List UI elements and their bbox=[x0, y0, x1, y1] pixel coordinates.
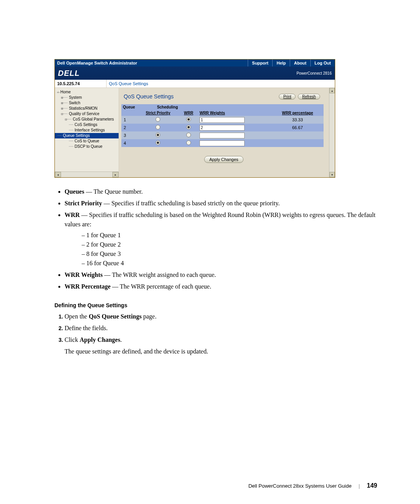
bullet-strict-priority: Strict Priority — Specifies if traffic s… bbox=[65, 199, 377, 208]
nav-horizontal-scrollbar[interactable]: ◂ ▸ bbox=[55, 172, 119, 177]
document-body: Queues — The Queue number. Strict Priori… bbox=[54, 187, 377, 356]
step-item: Click Apply Changes. The queue settings … bbox=[65, 335, 377, 356]
scroll-right-icon[interactable]: ▸ bbox=[112, 172, 119, 177]
table-row: 2 66.67 bbox=[121, 124, 324, 131]
wrr-percentage bbox=[271, 139, 324, 147]
step-item: Open the QoS Queue Settings page. bbox=[65, 312, 377, 321]
wrr-percentage: 33.33 bbox=[271, 116, 324, 124]
wrr-radio[interactable] bbox=[186, 117, 191, 122]
col-weights: WRR Weights bbox=[198, 110, 271, 116]
support-button[interactable]: Support bbox=[248, 60, 272, 66]
admin-screenshot: Dell OpenManage Switch Administrator Sup… bbox=[54, 59, 335, 178]
nav-dscp-to-queue[interactable]: DSCP to Queue bbox=[75, 144, 103, 149]
col-percentage: WRR percentage bbox=[271, 110, 324, 116]
bullet-wrr: WRR — Specifies if traffic scheduling is… bbox=[65, 210, 377, 268]
main-vertical-scrollbar[interactable]: ▴ ▾ bbox=[329, 88, 335, 177]
wrr-percentage bbox=[271, 131, 324, 139]
wrr-default-item: 2 for Queue 2 bbox=[82, 240, 377, 249]
wrr-radio[interactable] bbox=[186, 125, 191, 130]
main-panel: ▴ ▾ QoS Queue Settings Print Refresh Que… bbox=[119, 88, 335, 177]
breadcrumb: QoS Queue Settings bbox=[107, 80, 335, 88]
scroll-down-icon[interactable]: ▾ bbox=[329, 172, 335, 177]
strict-priority-radio[interactable] bbox=[156, 125, 160, 130]
app-title: Dell OpenManage Switch Administrator bbox=[55, 61, 248, 65]
nav-qos[interactable]: Quality of Service bbox=[69, 112, 99, 116]
about-button[interactable]: About bbox=[290, 60, 310, 66]
wrr-radio[interactable] bbox=[186, 140, 191, 145]
page-footer: Dell PowerConnect 28xx Systems User Guid… bbox=[248, 482, 377, 489]
scroll-up-icon[interactable]: ▴ bbox=[329, 88, 335, 93]
strict-priority-radio[interactable] bbox=[156, 140, 160, 145]
scroll-left-icon[interactable]: ◂ bbox=[55, 172, 61, 177]
strict-priority-radio[interactable] bbox=[156, 133, 160, 137]
nav-cos-to-queue[interactable]: CoS to Queue bbox=[75, 139, 99, 143]
wrr-weight-input[interactable] bbox=[200, 117, 245, 123]
nav-queue-settings[interactable]: Queue Settings bbox=[63, 133, 90, 138]
logout-button[interactable]: Log Out bbox=[311, 60, 335, 66]
page-title: QoS Queue Settings bbox=[124, 93, 276, 100]
wrr-radio[interactable] bbox=[186, 133, 191, 137]
queue-number: 3 bbox=[121, 131, 137, 139]
queue-number: 2 bbox=[121, 124, 137, 131]
dell-logo: DELL bbox=[58, 69, 80, 78]
wrr-percentage: 66.67 bbox=[271, 124, 324, 131]
step-result: The queue settings are defined, and the … bbox=[65, 347, 377, 356]
footer-page-number: 149 bbox=[367, 482, 377, 489]
apply-changes-button[interactable]: Apply Changes bbox=[204, 156, 243, 163]
nav-tree[interactable]: ▭ Home ⊞┄┄ System ⊞┄┄ Switch ⊞┄┄ Statist… bbox=[55, 88, 119, 177]
wrr-default-item: 16 for Queue 4 bbox=[82, 259, 377, 268]
help-button[interactable]: Help bbox=[273, 60, 290, 66]
nav-stats[interactable]: Statistics/RMON bbox=[69, 106, 97, 110]
folder-icon: ▭ bbox=[57, 90, 59, 94]
table-row: 1 33.33 bbox=[121, 116, 324, 124]
queue-number: 4 bbox=[121, 139, 137, 147]
brand-bar: DELL PowerConnect 2816 bbox=[55, 66, 335, 80]
nav-home[interactable]: Home bbox=[60, 90, 71, 94]
col-strict: Strict Priority bbox=[137, 110, 179, 116]
bullet-queues: Queues — The Queue number. bbox=[65, 187, 377, 196]
wrr-default-item: 1 for Queue 1 bbox=[82, 231, 377, 240]
nav-cos-settings[interactable]: CoS Settings bbox=[75, 122, 97, 127]
wrr-weight-input[interactable] bbox=[200, 140, 245, 146]
strict-priority-radio[interactable] bbox=[156, 117, 160, 122]
col-queue: Queue bbox=[121, 104, 137, 110]
refresh-button[interactable]: Refresh bbox=[298, 94, 320, 100]
bullet-wrr-weights: WRR Weights — The WRR weight assigned to… bbox=[65, 270, 377, 280]
footer-separator-icon: | bbox=[359, 483, 360, 489]
bullet-wrr-percentage: WRR Percentage — The WRR percentage of e… bbox=[65, 282, 377, 291]
queue-number: 1 bbox=[121, 116, 137, 124]
wrr-default-item: 8 for Queue 3 bbox=[82, 249, 377, 259]
footer-guide-title: Dell PowerConnect 28xx Systems User Guid… bbox=[248, 483, 352, 489]
nav-interface-settings[interactable]: Interface Settings bbox=[75, 128, 105, 132]
nav-system[interactable]: System bbox=[69, 95, 82, 100]
col-scheduling: Scheduling bbox=[137, 104, 198, 110]
wrr-weight-input[interactable] bbox=[200, 133, 245, 138]
title-bar: Dell OpenManage Switch Administrator Sup… bbox=[55, 60, 335, 66]
step-item: Define the fields. bbox=[65, 324, 377, 333]
print-button[interactable]: Print bbox=[279, 94, 296, 100]
nav-switch[interactable]: Switch bbox=[69, 101, 80, 105]
table-row: 4 bbox=[121, 139, 324, 147]
wrr-weight-input[interactable] bbox=[200, 125, 245, 131]
device-ip: 10.5.225.74 bbox=[55, 80, 107, 88]
queue-table: Queue Scheduling Strict Priority WRR WRR… bbox=[121, 104, 324, 147]
col-wrr: WRR bbox=[179, 110, 198, 116]
breadcrumb-bar: 10.5.225.74 QoS Queue Settings bbox=[55, 80, 335, 88]
section-heading: Defining the Queue Settings bbox=[54, 301, 377, 310]
nav-cos-global[interactable]: CoS Global Parameters bbox=[73, 117, 114, 121]
table-row: 3 bbox=[121, 131, 324, 139]
model-label: PowerConnect 2816 bbox=[296, 71, 332, 75]
